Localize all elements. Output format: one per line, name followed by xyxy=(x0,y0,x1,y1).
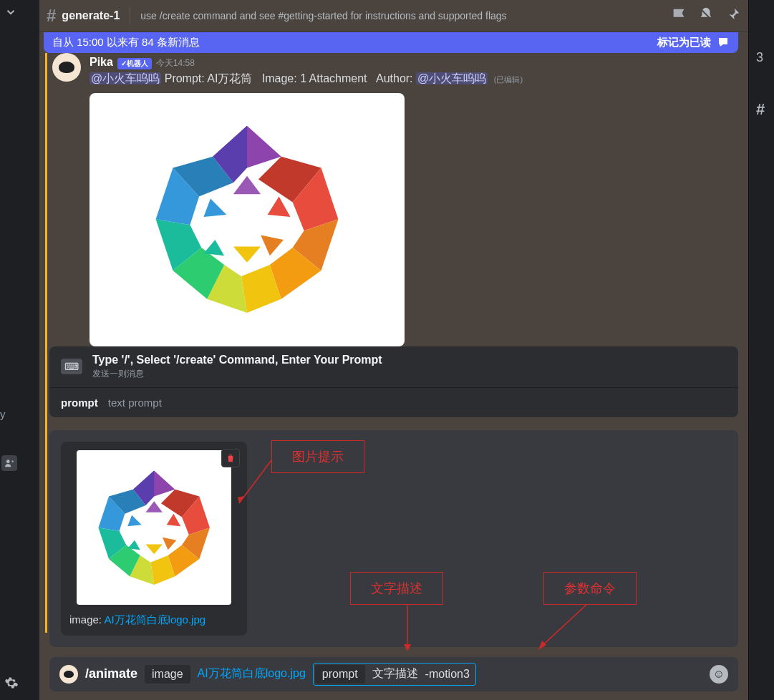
annotation-arrow xyxy=(400,605,415,655)
message: Pika ✓ 机器人 今天14:58 @小火车呜呜 Prompt: AI万花筒 … xyxy=(39,53,748,346)
message-attachment-image[interactable] xyxy=(90,93,405,346)
app-avatar-icon xyxy=(59,665,78,684)
settings-gear-icon[interactable] xyxy=(4,676,19,693)
message-username[interactable]: Pika xyxy=(90,56,113,69)
edited-tag: (已编辑) xyxy=(494,75,523,84)
channel-header: # generate-1 use /create command and see… xyxy=(39,0,748,32)
message-timestamp: 今天14:58 xyxy=(156,57,195,69)
option-label: prompt xyxy=(61,397,98,409)
command-hint-card[interactable]: ⌨ Type '/', Select '/create' Command, En… xyxy=(49,346,738,388)
attachment-thumbnail-card: image: AI万花筒白底logo.jpg xyxy=(61,442,247,636)
command-option-row[interactable]: prompt text prompt xyxy=(49,388,738,417)
right-sidebar: 3 # xyxy=(748,0,774,700)
sidebar-fragment: y xyxy=(0,408,6,420)
hash-icon: # xyxy=(47,6,56,26)
prompt-text-value: 文字描述 xyxy=(372,666,418,681)
emoji-picker-icon[interactable]: ☺ xyxy=(710,665,728,684)
new-messages-text: 自从 15:00 以来有 84 条新消息 xyxy=(52,36,200,49)
keyboard-icon: ⌨ xyxy=(61,359,82,374)
command-hint-title: Type '/', Select '/create' Command, Ente… xyxy=(92,354,382,366)
delete-attachment-button[interactable] xyxy=(221,449,240,467)
left-sidebar: y xyxy=(0,0,39,700)
command-name: /animate xyxy=(85,666,137,681)
param-chip-image[interactable]: image xyxy=(145,665,190,684)
mark-read-icon xyxy=(717,36,730,49)
pin-icon[interactable] xyxy=(725,6,741,25)
param-chip-prompt-group[interactable]: prompt 文字描述 -motion3 xyxy=(313,663,476,686)
notifications-muted-icon[interactable] xyxy=(698,6,714,25)
avatar[interactable] xyxy=(52,53,81,82)
option-description: text prompt xyxy=(108,397,162,409)
annotation-text-desc: 文字描述 xyxy=(350,572,443,605)
annotation-arrow xyxy=(536,605,594,655)
bot-tag: ✓ 机器人 xyxy=(117,58,152,69)
annotation-image-hint: 图片提示 xyxy=(271,440,364,473)
threads-icon[interactable] xyxy=(671,6,687,25)
channel-topic[interactable]: use /create command and see #getting-sta… xyxy=(140,10,659,21)
annotation-param-cmd: 参数命令 xyxy=(543,572,637,605)
param-value-file[interactable]: AI万花筒白底logo.jpg xyxy=(198,666,306,681)
user-mention[interactable]: @小火车呜呜 xyxy=(416,72,488,84)
motion-flag: -motion3 xyxy=(425,668,470,681)
upload-preview-area: image: AI万花筒白底logo.jpg 图片提示 文字描述 参数命令 xyxy=(49,430,738,647)
svg-marker-22 xyxy=(404,644,411,651)
divider xyxy=(130,7,130,24)
svg-point-18 xyxy=(6,460,10,463)
new-messages-bar[interactable]: 自从 15:00 以来有 84 条新消息 标记为已读 xyxy=(44,32,738,54)
filename-link[interactable]: AI万花筒白底logo.jpg xyxy=(104,613,205,626)
svg-marker-24 xyxy=(538,641,546,650)
command-hint-subtitle: 发送一则消息 xyxy=(92,368,382,380)
user-mention[interactable]: @小火车呜呜 xyxy=(90,72,161,84)
param-chip-prompt: prompt xyxy=(315,665,365,684)
thread-count[interactable]: 3 xyxy=(756,50,763,65)
message-input-bar[interactable]: /animate image AI万花筒白底logo.jpg prompt 文字… xyxy=(49,657,738,691)
attachment-thumbnail-image[interactable] xyxy=(77,450,231,605)
svg-line-23 xyxy=(540,605,586,648)
add-member-button[interactable] xyxy=(1,455,17,471)
message-content: @小火车呜呜 Prompt: AI万花筒 Image: 1 Attachment… xyxy=(90,71,737,87)
chevron-down-icon[interactable] xyxy=(4,6,17,21)
attachment-filename: image: AI万花筒白底logo.jpg xyxy=(69,613,238,627)
hash-icon[interactable]: # xyxy=(756,100,765,119)
mark-read-button[interactable]: 标记为已读 xyxy=(657,36,711,49)
channel-name[interactable]: generate-1 xyxy=(62,9,120,22)
